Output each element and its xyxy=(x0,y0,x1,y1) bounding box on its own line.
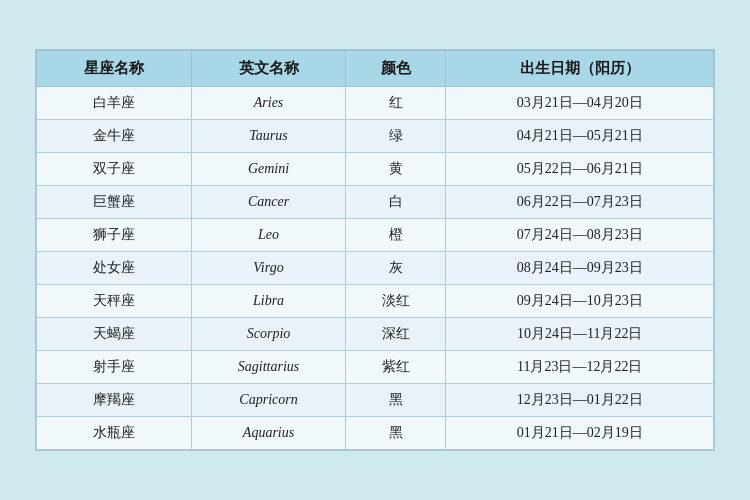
cell-chinese: 白羊座 xyxy=(37,87,192,120)
cell-english: Aquarius xyxy=(191,417,346,450)
table-row: 白羊座Aries红03月21日—04月20日 xyxy=(37,87,714,120)
cell-date: 01月21日—02月19日 xyxy=(446,417,714,450)
cell-english: Capricorn xyxy=(191,384,346,417)
zodiac-table: 星座名称 英文名称 颜色 出生日期（阳历） 白羊座Aries红03月21日—04… xyxy=(36,50,714,450)
cell-date: 03月21日—04月20日 xyxy=(446,87,714,120)
table-row: 摩羯座Capricorn黑12月23日—01月22日 xyxy=(37,384,714,417)
cell-date: 07月24日—08月23日 xyxy=(446,219,714,252)
col-header-color: 颜色 xyxy=(346,51,446,87)
cell-english: Virgo xyxy=(191,252,346,285)
cell-chinese: 射手座 xyxy=(37,351,192,384)
table-row: 狮子座Leo橙07月24日—08月23日 xyxy=(37,219,714,252)
cell-date: 04月21日—05月21日 xyxy=(446,120,714,153)
cell-english: Taurus xyxy=(191,120,346,153)
cell-color: 红 xyxy=(346,87,446,120)
table-row: 天秤座Libra淡红09月24日—10月23日 xyxy=(37,285,714,318)
cell-color: 橙 xyxy=(346,219,446,252)
cell-date: 10月24日—11月22日 xyxy=(446,318,714,351)
col-header-chinese: 星座名称 xyxy=(37,51,192,87)
table-header-row: 星座名称 英文名称 颜色 出生日期（阳历） xyxy=(37,51,714,87)
cell-date: 08月24日—09月23日 xyxy=(446,252,714,285)
cell-date: 09月24日—10月23日 xyxy=(446,285,714,318)
cell-english: Gemini xyxy=(191,153,346,186)
table-body: 白羊座Aries红03月21日—04月20日金牛座Taurus绿04月21日—0… xyxy=(37,87,714,450)
cell-color: 灰 xyxy=(346,252,446,285)
table-row: 巨蟹座Cancer白06月22日—07月23日 xyxy=(37,186,714,219)
cell-color: 淡红 xyxy=(346,285,446,318)
cell-color: 黑 xyxy=(346,384,446,417)
table-row: 双子座Gemini黄05月22日—06月21日 xyxy=(37,153,714,186)
cell-chinese: 天蝎座 xyxy=(37,318,192,351)
cell-date: 06月22日—07月23日 xyxy=(446,186,714,219)
cell-chinese: 狮子座 xyxy=(37,219,192,252)
cell-english: Cancer xyxy=(191,186,346,219)
cell-date: 11月23日—12月22日 xyxy=(446,351,714,384)
cell-chinese: 天秤座 xyxy=(37,285,192,318)
cell-color: 白 xyxy=(346,186,446,219)
cell-english: Aries xyxy=(191,87,346,120)
cell-color: 黄 xyxy=(346,153,446,186)
cell-date: 12月23日—01月22日 xyxy=(446,384,714,417)
cell-chinese: 水瓶座 xyxy=(37,417,192,450)
cell-color: 紫红 xyxy=(346,351,446,384)
table-row: 天蝎座Scorpio深红10月24日—11月22日 xyxy=(37,318,714,351)
cell-english: Libra xyxy=(191,285,346,318)
cell-color: 深红 xyxy=(346,318,446,351)
cell-color: 绿 xyxy=(346,120,446,153)
table-row: 射手座Sagittarius紫红11月23日—12月22日 xyxy=(37,351,714,384)
col-header-date: 出生日期（阳历） xyxy=(446,51,714,87)
cell-chinese: 双子座 xyxy=(37,153,192,186)
cell-date: 05月22日—06月21日 xyxy=(446,153,714,186)
cell-chinese: 巨蟹座 xyxy=(37,186,192,219)
cell-chinese: 处女座 xyxy=(37,252,192,285)
zodiac-table-container: 星座名称 英文名称 颜色 出生日期（阳历） 白羊座Aries红03月21日—04… xyxy=(35,49,715,451)
cell-chinese: 金牛座 xyxy=(37,120,192,153)
cell-chinese: 摩羯座 xyxy=(37,384,192,417)
table-row: 金牛座Taurus绿04月21日—05月21日 xyxy=(37,120,714,153)
col-header-english: 英文名称 xyxy=(191,51,346,87)
cell-english: Leo xyxy=(191,219,346,252)
cell-color: 黑 xyxy=(346,417,446,450)
cell-english: Sagittarius xyxy=(191,351,346,384)
table-row: 水瓶座Aquarius黑01月21日—02月19日 xyxy=(37,417,714,450)
cell-english: Scorpio xyxy=(191,318,346,351)
table-row: 处女座Virgo灰08月24日—09月23日 xyxy=(37,252,714,285)
